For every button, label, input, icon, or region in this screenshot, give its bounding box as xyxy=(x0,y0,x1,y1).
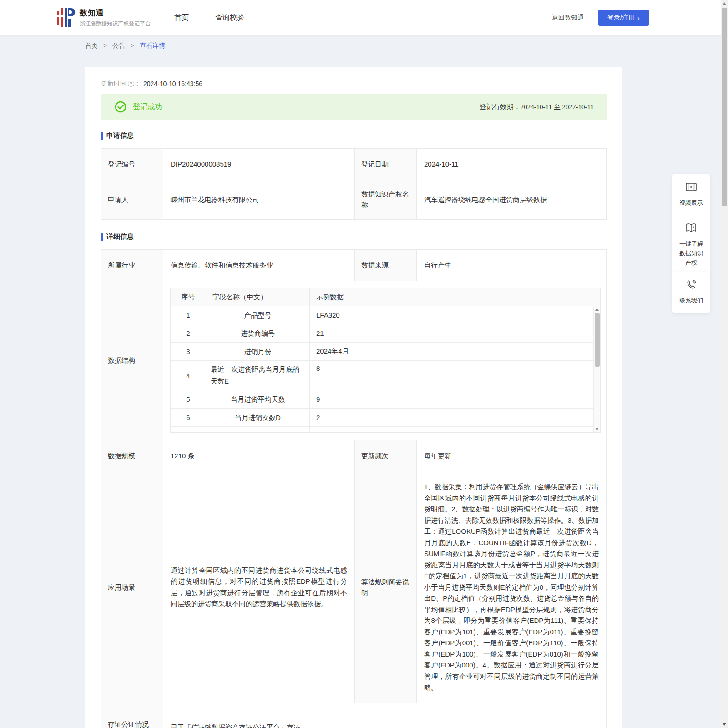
video-demo-button[interactable]: 视频展示 xyxy=(675,182,708,207)
table-row: 7 当月进销平均次数 2.4 xyxy=(171,427,593,432)
login-register-button[interactable]: 登录/注册 › xyxy=(598,10,649,26)
page-scrollbar-thumb[interactable] xyxy=(722,8,727,206)
table-row: 2 进货商编号 21 xyxy=(171,324,593,343)
breadcrumb-separator: > xyxy=(103,42,107,49)
scroll-down-icon[interactable] xyxy=(595,428,599,430)
table-row: 4 最近一次进货距离当月月底的天数E 8 xyxy=(171,361,593,390)
detail-table: 所属行业 信息传输、软件和信息技术服务业 数据来源 自行产生 数据结构 序号 字… xyxy=(101,249,607,728)
learn-dip-label: 一键了解数据知识产权 xyxy=(678,239,704,268)
registration-status-banner: 登记成功 登记有效期：2024-10-11 至 2027-10-11 xyxy=(101,94,607,120)
update-time-value: 2024-10-10 16:43:56 xyxy=(143,80,202,87)
row-fieldname: 进货商编号 xyxy=(206,324,310,342)
breadcrumb-separator: > xyxy=(131,42,134,49)
update-time-label: 更新时间 xyxy=(101,80,126,88)
reg-number-label: 登记编号 xyxy=(101,149,163,180)
frequency-value: 每年更新 xyxy=(417,440,606,472)
section-application-label: 申请信息 xyxy=(106,131,134,140)
row-sample: 9 xyxy=(310,390,593,408)
structure-table: 序号 字段名称（中文） 示例数据 1 产品型号 LFA320 2 进货商编号 xyxy=(170,288,601,433)
row-index: 4 xyxy=(171,361,206,390)
row-fieldname: 当月进销平均次数 xyxy=(206,427,310,432)
top-header: 数知通 浙江省数据知识产权登记平台 首页 查询校验 返回数知通 登录/注册 › xyxy=(0,0,728,35)
breadcrumb-home[interactable]: 首页 xyxy=(85,42,98,49)
structure-table-scrollbar[interactable] xyxy=(593,306,600,432)
login-register-label: 登录/注册 xyxy=(607,14,635,22)
table-row: 5 当月进货平均天数 9 xyxy=(171,390,593,409)
structure-table-header: 序号 字段名称（中文） 示例数据 xyxy=(171,288,600,306)
dip-name-value: 汽车遥控器绕线电感全国进货商层级数据 xyxy=(417,180,606,219)
section-application-title: 申请信息 xyxy=(101,131,607,140)
contact-us-button[interactable]: 联系我们 xyxy=(675,279,708,305)
scale-value: 1210 条 xyxy=(163,440,354,472)
breadcrumb-current: 查看详情 xyxy=(140,42,165,49)
structure-label: 数据结构 xyxy=(101,281,163,440)
row-sample: 8 xyxy=(310,361,593,390)
video-icon xyxy=(685,182,697,192)
logo-subtitle: 浙江省数据知识产权登记平台 xyxy=(80,20,151,28)
row-sample: LFA320 xyxy=(310,306,593,324)
application-table: 登记编号 DIP2024000008519 登记日期 2024-10-11 申请… xyxy=(101,148,607,220)
row-index: 1 xyxy=(171,306,206,324)
row-sample: 2024年4月 xyxy=(310,343,593,360)
phone-icon xyxy=(686,279,697,290)
row-sample: 2 xyxy=(310,409,593,426)
reg-date-value: 2024-10-11 xyxy=(417,149,606,180)
structure-table-body: 1 产品型号 LFA320 2 进货商编号 21 3 进销月份 2024 xyxy=(171,306,600,432)
scroll-up-icon[interactable] xyxy=(595,308,599,311)
row-index: 6 xyxy=(171,409,206,426)
source-value: 自行产生 xyxy=(417,250,606,281)
algorithm-value: 1、数据采集：利用进货存管理系统（金蝶供应链云）导出全国区域内的不同进货商每月进… xyxy=(417,472,606,703)
notary-value: 已于「信证链数据资产存证公证平台」存证 xyxy=(163,703,606,728)
breadcrumb-announcement[interactable]: 公告 xyxy=(112,42,125,49)
col-fieldname-header: 字段名称（中文） xyxy=(206,288,310,306)
chevron-right-icon: › xyxy=(637,15,640,21)
section-detail-label: 详细信息 xyxy=(106,233,134,241)
main-nav: 首页 查询校验 xyxy=(174,13,244,23)
page-scrollbar[interactable] xyxy=(721,0,728,728)
row-index: 3 xyxy=(171,343,206,360)
dip-name-label: 数据知识产权名称 xyxy=(355,180,416,219)
row-fieldname: 当月进货平均天数 xyxy=(206,390,310,408)
row-sample: 2.4 xyxy=(310,427,593,432)
row-sample: 21 xyxy=(310,324,593,342)
help-icon[interactable]: ? xyxy=(128,81,134,87)
row-fieldname: 当月进销次数D xyxy=(206,409,310,426)
table-row: 3 进销月份 2024年4月 xyxy=(171,343,593,361)
nav-home[interactable]: 首页 xyxy=(174,13,189,23)
scroll-down-icon[interactable] xyxy=(723,723,726,726)
row-fieldname: 最近一次进货距离当月月底的天数E xyxy=(206,361,310,390)
source-label: 数据来源 xyxy=(355,250,416,281)
registration-status-text: 登记成功 xyxy=(133,102,162,112)
col-index-header: 序号 xyxy=(171,288,206,306)
applicant-label: 申请人 xyxy=(101,180,163,219)
back-to-shuzhitong-link[interactable]: 返回数知通 xyxy=(552,14,584,22)
side-panel-top: 视频展示 一键了解数据知识产权 xyxy=(672,174,710,275)
update-time-colon: ： xyxy=(134,80,141,88)
structure-table-wrapper: 序号 字段名称（中文） 示例数据 1 产品型号 LFA320 2 进货商编号 xyxy=(163,281,606,440)
frequency-label: 更新频次 xyxy=(355,440,416,472)
section-detail-title: 详细信息 xyxy=(101,233,607,241)
logo[interactable]: 数知通 浙江省数据知识产权登记平台 xyxy=(57,7,151,28)
scale-label: 数据规模 xyxy=(101,440,163,472)
book-icon xyxy=(685,222,697,233)
scroll-up-icon[interactable] xyxy=(723,2,726,5)
contact-us-label: 联系我们 xyxy=(678,296,704,305)
validity-label: 登记有效期： xyxy=(480,103,521,111)
table-row: 6 当月进销次数D 2 xyxy=(171,409,593,427)
divider xyxy=(679,215,703,215)
industry-value: 信息传输、软件和信息技术服务业 xyxy=(163,250,354,281)
scrollbar-thumb[interactable] xyxy=(595,313,600,367)
section-bar xyxy=(101,132,103,140)
scenario-value: 通过计算全国区域内的不同进货商进货本公司绕线式电感的进货明细信息，对不同的进货商… xyxy=(163,472,354,703)
video-demo-label: 视频展示 xyxy=(678,198,704,207)
breadcrumb: 首页 > 公告 > 查看详情 xyxy=(0,35,728,51)
detail-card: 更新时间 ? ： 2024-10-10 16:43:56 登记成功 登记有效期：… xyxy=(85,67,622,728)
logo-title: 数知通 xyxy=(80,8,151,18)
row-index: 2 xyxy=(171,324,206,342)
algorithm-label: 算法规则简要说明 xyxy=(355,472,416,703)
nav-query-verify[interactable]: 查询校验 xyxy=(215,13,244,23)
logo-icon xyxy=(57,7,75,28)
learn-dip-button[interactable]: 一键了解数据知识产权 xyxy=(675,222,708,268)
side-panel-contact: 联系我们 xyxy=(672,272,710,313)
section-bar xyxy=(101,233,103,241)
